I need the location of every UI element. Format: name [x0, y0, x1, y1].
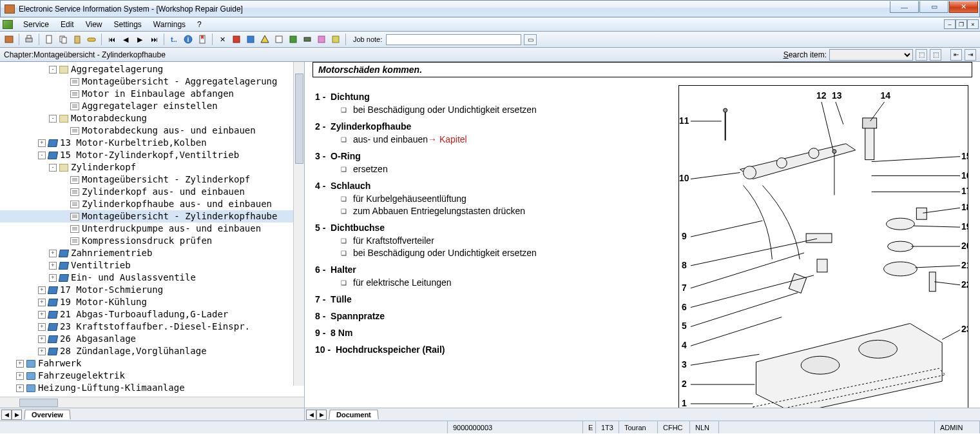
- tree-row[interactable]: Motorabdeckung aus- und einbauen: [0, 124, 304, 137]
- tab-overview[interactable]: Overview: [24, 410, 70, 419]
- search-prev-button[interactable]: ⬚: [916, 49, 927, 61]
- tree-row[interactable]: Unterdruckpumpe aus- und einbauen: [0, 223, 304, 235]
- search-combo[interactable]: [829, 49, 913, 61]
- menu-edit[interactable]: Edit: [55, 19, 79, 30]
- tree-row[interactable]: +Fahrwerk: [0, 357, 304, 370]
- tree-expander[interactable]: -: [38, 152, 46, 159]
- tab-next-button[interactable]: ▶: [12, 410, 22, 420]
- tree-row[interactable]: Zylinderkopfhaube aus- und einbauen: [0, 198, 304, 210]
- menu-warnings[interactable]: Warnings: [148, 19, 191, 30]
- tree-row[interactable]: Kompressionsdruck prüfen: [0, 235, 304, 247]
- tree-row[interactable]: -Aggregatelagerung: [0, 63, 304, 75]
- green-book-button[interactable]: [287, 33, 300, 46]
- tab-prev-button[interactable]: ◀: [1, 410, 12, 420]
- tool-app-icon[interactable]: [3, 33, 15, 46]
- vehicle-button[interactable]: [85, 33, 98, 46]
- tree-row[interactable]: +13 Motor-Kurbeltrieb,Kolben: [0, 137, 304, 149]
- engine-button[interactable]: [301, 33, 314, 46]
- nav-prev-button[interactable]: ◀: [119, 33, 132, 46]
- tree-expander[interactable]: +: [49, 274, 57, 282]
- tree-row[interactable]: Aggregatelager einstellen: [0, 100, 304, 112]
- service-icon: [3, 20, 13, 29]
- tree-expander[interactable]: +: [38, 348, 46, 355]
- expand-left-button[interactable]: ⇤: [950, 49, 962, 61]
- copy-button[interactable]: [57, 33, 70, 46]
- feedback-button[interactable]: [329, 33, 342, 46]
- svg-line-43: [691, 317, 782, 346]
- tree-expander[interactable]: +: [38, 299, 46, 306]
- maximize-button[interactable]: ▭: [919, 1, 948, 13]
- tree-expander[interactable]: -: [49, 66, 57, 74]
- manual-button[interactable]: [244, 33, 257, 46]
- tree-row[interactable]: Motor in Einbaulage abfangen: [0, 88, 304, 100]
- menu-settings[interactable]: Settings: [109, 19, 147, 30]
- close-button[interactable]: ✕: [949, 1, 978, 13]
- tree-row[interactable]: +26 Abgasanlage: [0, 333, 304, 345]
- tree-row[interactable]: -15 Motor-Zylinderkopf,Ventiltrieb: [0, 149, 304, 161]
- tree-expander[interactable]: +: [16, 384, 24, 392]
- tree-expander[interactable]: +: [16, 372, 24, 380]
- tab-document[interactable]: Document: [329, 410, 378, 419]
- tree-expander[interactable]: -: [49, 115, 57, 123]
- tree-expander[interactable]: +: [38, 323, 46, 331]
- tree-expander[interactable]: +: [38, 311, 46, 319]
- tree-button[interactable]: t..: [168, 33, 180, 46]
- tree-hscrollbar[interactable]: [0, 397, 304, 408]
- doc-tab-prev-button[interactable]: ◀: [306, 410, 316, 420]
- tree-row[interactable]: Zylinderkopf aus- und einbauen: [0, 186, 304, 198]
- tree-row[interactable]: +19 Motor-Kühlung: [0, 296, 304, 308]
- tree-row[interactable]: +Heizung-Lüftung-Klimaanlage: [0, 382, 304, 394]
- tree-row[interactable]: Montageübersicht - Zylinderkopfhaube: [0, 210, 304, 223]
- new-doc-button[interactable]: [43, 33, 55, 46]
- chapter-link[interactable]: → Kapitel: [428, 134, 467, 144]
- tree-expander[interactable]: +: [16, 360, 24, 368]
- info-button[interactable]: i: [182, 33, 195, 46]
- mdi-minimize-button[interactable]: –: [944, 19, 956, 29]
- wiring-button[interactable]: [315, 33, 328, 46]
- document-tree[interactable]: -AggregatelagerungMontageübersicht - Agg…: [0, 63, 304, 394]
- tree-expander[interactable]: -: [49, 164, 57, 172]
- mdi-restore-button[interactable]: ❐: [956, 19, 967, 29]
- tree-row[interactable]: -Zylinderkopf: [0, 161, 304, 173]
- tree-row[interactable]: +23 Kraftstoffaufber.-Diesel-Einspr.: [0, 321, 304, 333]
- tree-row[interactable]: +17 Motor-Schmierung: [0, 284, 304, 296]
- menu-view[interactable]: View: [81, 19, 108, 30]
- tools-button[interactable]: ✕: [216, 33, 229, 46]
- tree-row[interactable]: Montageübersicht - Aggregatelagerung: [0, 75, 304, 88]
- tree-expander[interactable]: +: [49, 262, 57, 270]
- paste-button[interactable]: [71, 33, 84, 46]
- mdi-close-button[interactable]: ×: [967, 19, 979, 29]
- nav-next-button[interactable]: ▶: [133, 33, 146, 46]
- warning-button[interactable]: [258, 33, 271, 46]
- tree-row[interactable]: Montageübersicht - Zylinderkopf: [0, 173, 304, 186]
- job-note-input[interactable]: [386, 34, 521, 45]
- search-next-button[interactable]: ⬚: [930, 49, 941, 61]
- job-note-open-button[interactable]: ▭: [524, 34, 537, 45]
- diag-button[interactable]: [273, 33, 285, 46]
- tree-expander[interactable]: +: [38, 286, 46, 294]
- tree-row[interactable]: +Ein- und Auslassventile: [0, 272, 304, 284]
- expand-right-button[interactable]: ⇥: [965, 49, 976, 61]
- tree-row[interactable]: +21 Abgas-Turboaufladung,G-Lader: [0, 308, 304, 321]
- tree-row[interactable]: +Fahrzeugelektrik: [0, 370, 304, 382]
- bookmark-button[interactable]: [196, 33, 209, 46]
- print-button[interactable]: [23, 33, 35, 46]
- tree-row[interactable]: +28 Zündanlage,Vorglühanlage: [0, 345, 304, 357]
- tree-row[interactable]: +Ventiltrieb: [0, 259, 304, 272]
- minimize-button[interactable]: —: [890, 1, 919, 13]
- nav-first-button[interactable]: ⏮: [105, 33, 118, 46]
- menu-help[interactable]: ?: [192, 19, 207, 30]
- tree-vscrollbar[interactable]: [293, 62, 304, 386]
- tree-expander[interactable]: +: [49, 250, 57, 257]
- tree-row[interactable]: -Motorabdeckung: [0, 112, 304, 124]
- status-code1: E: [583, 421, 596, 433]
- catalog-button[interactable]: [230, 33, 243, 46]
- status-code2: 1T3: [596, 421, 619, 433]
- nav-last-button[interactable]: ⏭: [148, 33, 160, 46]
- doc-tab-next-button[interactable]: ▶: [316, 410, 327, 420]
- tree-expander[interactable]: +: [38, 335, 46, 343]
- menu-service[interactable]: Service: [18, 19, 54, 30]
- tree-expander[interactable]: +: [38, 139, 46, 147]
- tree-row[interactable]: +Zahnriementrieb: [0, 247, 304, 259]
- page-icon: [70, 127, 79, 135]
